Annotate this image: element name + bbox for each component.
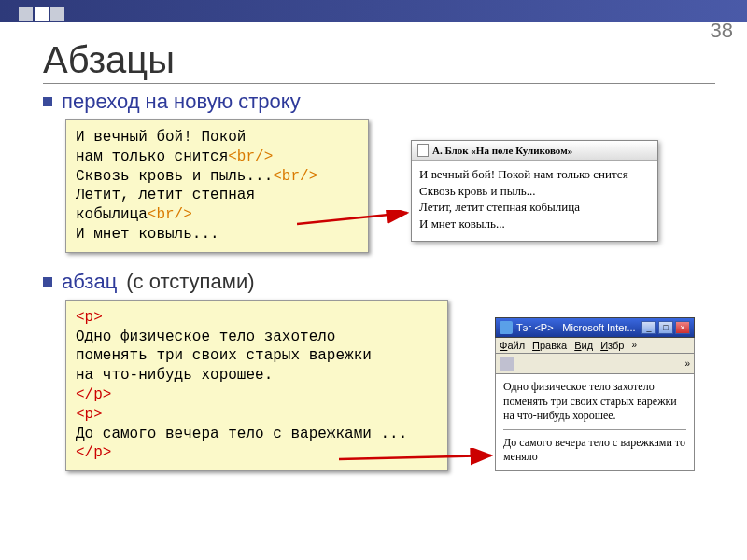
toolbar-icon[interactable]: [500, 357, 514, 371]
browser-preview-2: Тэг <P> - Microsoft Inter... _ □ × Файл …: [495, 317, 695, 471]
code-text: на что-нибудь хорошее.: [76, 366, 438, 385]
window-body: И вечный бой! Покой нам только снится Ск…: [412, 161, 657, 241]
br-tag: <br/>: [228, 148, 273, 165]
window-body: Одно физическое тело захотело поменять т…: [495, 374, 695, 471]
maximize-button[interactable]: □: [658, 321, 673, 334]
code-example-1: И вечный бой! Покой нам только снится<br…: [65, 119, 369, 253]
corner-decoration: [19, 7, 64, 21]
preview-paragraph: Одно физическое тело захотело поменять т…: [503, 380, 686, 424]
toolbar: »: [495, 354, 695, 374]
p-open-tag: <p>: [76, 308, 438, 328]
code-text: нам только снится: [76, 148, 228, 165]
slide-title: Абзацы: [43, 39, 715, 84]
bullet-text-suffix: (с отступами): [126, 270, 254, 294]
ie-icon: [500, 321, 513, 334]
menu-edit[interactable]: Правка: [532, 340, 567, 351]
window-titlebar: Тэг <P> - Microsoft Inter... _ □ ×: [495, 317, 695, 338]
code-text: И вечный бой! Покой: [76, 129, 246, 146]
window-titlebar: А. Блок «На поле Куликовом»: [412, 141, 657, 161]
chevron-right-icon[interactable]: »: [684, 358, 690, 369]
menu-view[interactable]: Вид: [574, 340, 593, 351]
chevron-right-icon[interactable]: »: [631, 340, 637, 351]
br-tag: <br/>: [273, 168, 317, 185]
menu-bar: Файл Правка Вид Избр »: [495, 338, 695, 354]
deco-square: [19, 7, 33, 21]
preview-line: Летит, летит степная кобылица: [419, 199, 650, 216]
code-text: Сквозь кровь и пыль...: [76, 168, 273, 185]
preview-line: И вечный бой! Покой нам только снится: [419, 166, 650, 183]
p-close-tag: </p>: [76, 443, 438, 463]
p-close-tag: </p>: [76, 385, 438, 405]
deco-square: [50, 7, 64, 21]
page-icon: [417, 144, 429, 157]
divider: [503, 429, 686, 430]
br-tag: <br/>: [148, 206, 192, 223]
preview-line: И мнет ковыль...: [419, 216, 650, 232]
window-title-text: Тэг <P> - Microsoft Inter...: [516, 322, 636, 333]
code-text: До самого вечера тело с варежками ...: [76, 425, 438, 444]
code-text: И мнет ковыль...: [76, 226, 219, 243]
menu-file[interactable]: Файл: [500, 340, 525, 351]
code-text: кобылица: [76, 206, 148, 223]
p-open-tag: <p>: [76, 405, 438, 425]
code-text: поменять три своих старых варежки: [76, 346, 438, 366]
slide-top-bar: [0, 0, 747, 22]
minimize-button[interactable]: _: [641, 321, 656, 334]
code-text: Одно физическое тело захотело: [76, 328, 438, 347]
bullet-item-1: переход на новую строку: [43, 90, 747, 114]
code-example-2: <p> Одно физическое тело захотело поменя…: [65, 300, 448, 471]
bullet-text: переход на новую строку: [62, 90, 301, 114]
bullet-icon: [43, 97, 52, 106]
preview-paragraph: До самого вечера тело с варежками то мен…: [503, 436, 686, 465]
deco-square: [35, 7, 49, 21]
code-text: Летит, летит степная: [76, 187, 255, 203]
bullet-icon: [43, 277, 52, 287]
close-button[interactable]: ×: [675, 321, 690, 334]
bullet-text-blue: абзац: [62, 270, 117, 294]
menu-favorites[interactable]: Избр: [600, 340, 624, 351]
window-title-text: А. Блок «На поле Куликовом»: [432, 145, 572, 156]
bullet-item-2: абзац (с отступами): [43, 270, 747, 294]
preview-line: Сквозь кровь и пыль...: [419, 183, 650, 200]
page-number: 38: [711, 19, 733, 43]
browser-preview-1: А. Блок «На поле Куликовом» И вечный бой…: [411, 140, 658, 242]
